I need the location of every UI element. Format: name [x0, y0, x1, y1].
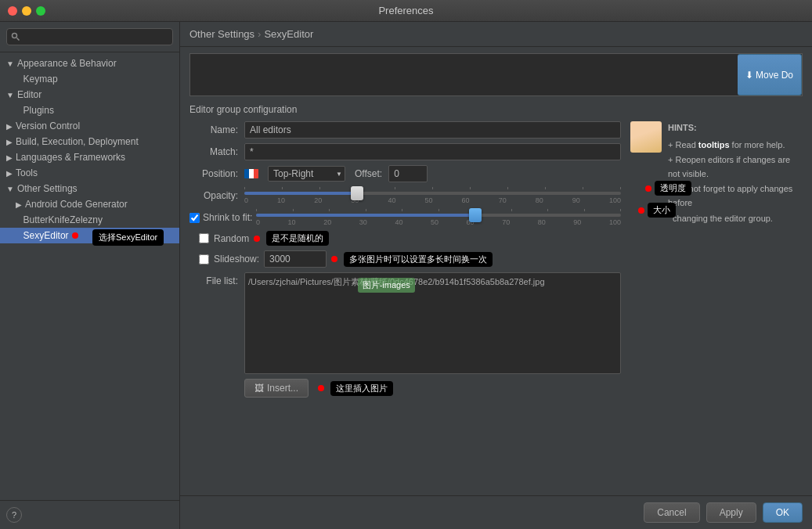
hints-text: HINTS: + Read tooltips for more help. + …	[668, 121, 803, 227]
random-tooltip: 是不是随机的	[266, 231, 329, 246]
sidebar-item-version-control[interactable]: ▶ Version Control	[0, 118, 179, 134]
help-button[interactable]: ?	[6, 507, 22, 523]
match-input[interactable]	[244, 143, 621, 160]
arrow-icon: ▶	[6, 122, 13, 131]
shrink-checkbox[interactable]	[189, 213, 200, 223]
opacity-thumb[interactable]	[351, 186, 363, 200]
arrow-icon	[16, 216, 20, 225]
shrink-fill	[256, 214, 475, 217]
shrink-track[interactable]	[256, 214, 621, 217]
arrow-icon: ▼	[6, 185, 14, 193]
cancel-button[interactable]: Cancel	[644, 502, 699, 523]
hint-line-1: + Read tooltips for more help.	[668, 139, 803, 153]
sidebar-item-android[interactable]: ▶ Android Code Generator	[0, 196, 179, 212]
avatar-face	[630, 121, 662, 153]
image-preview-bar: ⬇ Move Do	[189, 53, 803, 96]
sidebar-item-label: Android Code Generator	[25, 199, 128, 210]
slideshow-row: Slideshow: 多张图片时可以设置多长时间换一次	[189, 250, 621, 268]
search-bar	[0, 22, 179, 52]
slideshow-dot	[331, 256, 337, 262]
maximize-button[interactable]	[36, 6, 45, 16]
position-flag-icon	[244, 169, 258, 178]
opacity-label: Opacity:	[189, 190, 244, 201]
arrow-icon	[16, 106, 20, 115]
match-row: Match:	[189, 143, 621, 160]
hint-line-2: + Reopen editors if changes are not visi…	[668, 153, 803, 181]
minimize-button[interactable]	[22, 6, 31, 16]
offset-input[interactable]	[388, 165, 428, 182]
sidebar-item-languages[interactable]: ▶ Languages & Frameworks	[0, 149, 179, 165]
sexy-editor-tooltip: 选择SexyEditor	[92, 229, 164, 246]
apply-button[interactable]: Apply	[706, 502, 756, 523]
insert-button[interactable]: 🖼 Insert...	[244, 379, 309, 398]
svg-line-1	[17, 38, 20, 41]
position-select-wrapper: Top-Right Top-Left Bottom-Left Bottom-Ri…	[268, 166, 345, 182]
shrink-annotation: 大小	[635, 203, 676, 218]
offset-label: Offset:	[355, 168, 382, 179]
config-grid: Name: Match: Position:	[189, 121, 803, 398]
editor-config-section: Editor group configuration Name: Match:	[180, 96, 812, 405]
hint-line-4: changing the editor group.	[668, 212, 803, 226]
position-row: Position: Top-Right Top-Left Bottom-Left…	[189, 165, 621, 182]
sidebar-item-appearance[interactable]: ▼ Appearance & Behavior	[0, 56, 179, 71]
sidebar-item-label: Other Settings	[17, 183, 78, 194]
opacity-row: Opacity:	[189, 187, 621, 204]
match-label: Match:	[189, 146, 244, 157]
breadcrumb-child: SexyEditor	[264, 28, 313, 40]
arrow-icon	[16, 232, 20, 240]
close-button[interactable]	[8, 6, 17, 16]
sidebar: ▼ Appearance & Behavior Keymap ▼ Editor …	[0, 22, 180, 529]
shrink-tooltip: 大小	[648, 203, 676, 218]
file-list-label: File list:	[189, 272, 244, 286]
sidebar-item-plugins[interactable]: Plugins	[0, 103, 179, 118]
ok-button[interactable]: OK	[763, 502, 803, 523]
random-dot	[254, 236, 260, 242]
sidebar-item-keymap[interactable]: Keymap	[0, 71, 179, 87]
position-controls: Top-Right Top-Left Bottom-Left Bottom-Ri…	[244, 165, 428, 182]
sidebar-item-butterknife[interactable]: ButterKnifeZelezny	[0, 212, 179, 228]
random-row: Random 是不是随机的	[189, 231, 621, 246]
window-title: Preferences	[378, 5, 433, 16]
search-wrapper	[6, 28, 173, 45]
sidebar-item-build[interactable]: ▶ Build, Execution, Deployment	[0, 134, 179, 149]
file-list-overlay: 图片-images	[358, 278, 415, 293]
opacity-track[interactable]	[244, 192, 621, 195]
slideshow-tooltip: 多张图片时可以设置多长时间换一次	[344, 252, 493, 267]
breadcrumb-parent: Other Settings	[189, 28, 254, 40]
name-row: Name:	[189, 121, 621, 139]
shrink-check-wrapper: Shrink to fit:	[189, 212, 256, 223]
move-down-button[interactable]: ⬇ Move Do	[738, 54, 802, 95]
shrink-tick-labels: 0 10 20 30 40 50 60 70 80 90	[256, 218, 621, 226]
search-input[interactable]	[6, 28, 173, 45]
insert-row: 🖼 Insert... 这里插入图片	[189, 379, 621, 398]
name-label: Name:	[189, 124, 244, 135]
insert-label: Insert...	[267, 383, 298, 394]
slideshow-checkbox[interactable]	[199, 254, 209, 264]
position-select[interactable]: Top-Right Top-Left Bottom-Left Bottom-Ri…	[268, 166, 345, 182]
shrink-label: Shrink to fit:	[203, 212, 252, 223]
insert-dot	[318, 385, 324, 391]
arrow-icon: ▼	[6, 91, 14, 99]
shrink-ticks	[256, 209, 621, 212]
sidebar-item-label: Version Control	[16, 121, 80, 131]
footer: Cancel Apply OK	[180, 495, 812, 529]
sexy-editor-row: SexyEditor 选择SexyEditor	[0, 228, 179, 243]
svg-point-0	[13, 34, 17, 38]
sidebar-nav: ▼ Appearance & Behavior Keymap ▼ Editor …	[0, 52, 179, 500]
sidebar-item-label: Editor	[17, 89, 42, 100]
arrow-icon: ▼	[6, 59, 14, 68]
slideshow-input[interactable]	[264, 250, 327, 268]
random-label: Random	[214, 233, 249, 244]
main-content: ▼ Appearance & Behavior Keymap ▼ Editor …	[0, 22, 812, 529]
sidebar-item-other-settings[interactable]: ▼ Other Settings	[0, 181, 179, 196]
opacity-dot	[645, 185, 651, 192]
section-title: Editor group configuration	[189, 104, 803, 115]
sidebar-item-tools[interactable]: ▶ Tools	[0, 165, 179, 181]
avatar	[630, 121, 662, 153]
sidebar-item-label: Appearance & Behavior	[17, 58, 117, 69]
name-input[interactable]	[244, 121, 621, 139]
file-list-box[interactable]: /Users/zjchai/Pictures/图片素材/壁纸/0dc4678e2…	[244, 272, 621, 374]
sidebar-item-editor[interactable]: ▼ Editor	[0, 87, 179, 103]
random-checkbox[interactable]	[199, 233, 209, 243]
shrink-thumb[interactable]	[469, 208, 482, 222]
